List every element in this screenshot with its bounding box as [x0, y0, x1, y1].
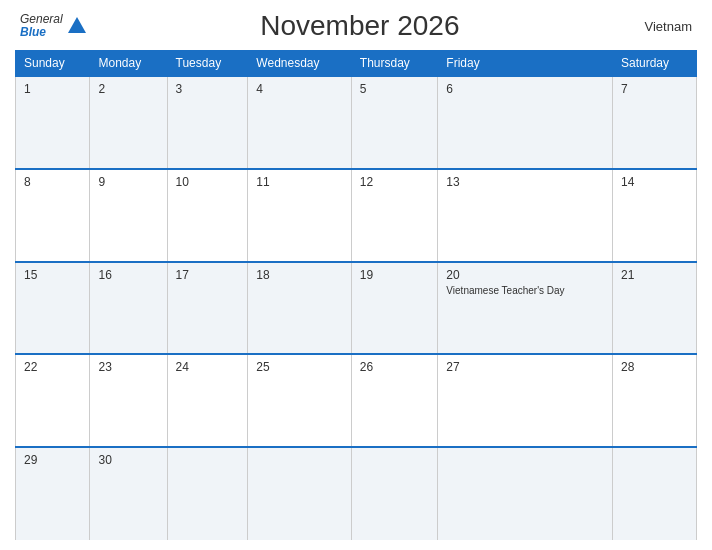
- table-row: 14: [612, 169, 696, 262]
- event-text: Vietnamese Teacher's Day: [446, 284, 604, 297]
- table-row: 23: [90, 354, 167, 447]
- calendar-week-row: 1234567: [16, 76, 697, 169]
- table-row: [167, 447, 248, 540]
- table-row: 11: [248, 169, 351, 262]
- day-number: 27: [446, 360, 604, 374]
- day-number: 25: [256, 360, 342, 374]
- col-sunday: Sunday: [16, 51, 90, 77]
- table-row: 25: [248, 354, 351, 447]
- weekday-header-row: Sunday Monday Tuesday Wednesday Thursday…: [16, 51, 697, 77]
- day-number: 12: [360, 175, 430, 189]
- calendar-week-row: 2930: [16, 447, 697, 540]
- svg-marker-0: [68, 17, 86, 33]
- logo: General Blue: [20, 13, 88, 39]
- table-row: 3: [167, 76, 248, 169]
- table-row: 30: [90, 447, 167, 540]
- table-row: 13: [438, 169, 613, 262]
- col-monday: Monday: [90, 51, 167, 77]
- day-number: 5: [360, 82, 430, 96]
- calendar-container: General Blue November 2026 Vietnam Sunda…: [0, 0, 712, 550]
- table-row: 21: [612, 262, 696, 355]
- logo-blue-text: Blue: [20, 26, 63, 39]
- day-number: 26: [360, 360, 430, 374]
- table-row: 28: [612, 354, 696, 447]
- day-number: 30: [98, 453, 158, 467]
- col-thursday: Thursday: [351, 51, 438, 77]
- table-row: 17: [167, 262, 248, 355]
- col-tuesday: Tuesday: [167, 51, 248, 77]
- day-number: 10: [176, 175, 240, 189]
- day-number: 21: [621, 268, 688, 282]
- day-number: 2: [98, 82, 158, 96]
- table-row: 1: [16, 76, 90, 169]
- day-number: 13: [446, 175, 604, 189]
- table-row: 27: [438, 354, 613, 447]
- table-row: [248, 447, 351, 540]
- col-wednesday: Wednesday: [248, 51, 351, 77]
- day-number: 14: [621, 175, 688, 189]
- day-number: 20: [446, 268, 604, 282]
- day-number: 23: [98, 360, 158, 374]
- table-row: 10: [167, 169, 248, 262]
- table-row: [351, 447, 438, 540]
- table-row: 8: [16, 169, 90, 262]
- day-number: 4: [256, 82, 342, 96]
- logo-icon: [66, 15, 88, 37]
- day-number: 29: [24, 453, 81, 467]
- table-row: 18: [248, 262, 351, 355]
- calendar-week-row: 891011121314: [16, 169, 697, 262]
- day-number: 16: [98, 268, 158, 282]
- month-title: November 2026: [88, 10, 632, 42]
- col-saturday: Saturday: [612, 51, 696, 77]
- table-row: 20Vietnamese Teacher's Day: [438, 262, 613, 355]
- table-row: 22: [16, 354, 90, 447]
- col-friday: Friday: [438, 51, 613, 77]
- table-row: 5: [351, 76, 438, 169]
- day-number: 1: [24, 82, 81, 96]
- calendar-table: Sunday Monday Tuesday Wednesday Thursday…: [15, 50, 697, 540]
- table-row: 9: [90, 169, 167, 262]
- table-row: 24: [167, 354, 248, 447]
- day-number: 3: [176, 82, 240, 96]
- day-number: 19: [360, 268, 430, 282]
- table-row: [438, 447, 613, 540]
- table-row: 26: [351, 354, 438, 447]
- day-number: 17: [176, 268, 240, 282]
- table-row: 19: [351, 262, 438, 355]
- table-row: 29: [16, 447, 90, 540]
- day-number: 9: [98, 175, 158, 189]
- day-number: 8: [24, 175, 81, 189]
- day-number: 22: [24, 360, 81, 374]
- day-number: 6: [446, 82, 604, 96]
- table-row: 16: [90, 262, 167, 355]
- table-row: [612, 447, 696, 540]
- table-row: 2: [90, 76, 167, 169]
- table-row: 4: [248, 76, 351, 169]
- day-number: 24: [176, 360, 240, 374]
- day-number: 28: [621, 360, 688, 374]
- country-label: Vietnam: [632, 19, 692, 34]
- calendar-header: General Blue November 2026 Vietnam: [15, 10, 697, 42]
- day-number: 11: [256, 175, 342, 189]
- table-row: 15: [16, 262, 90, 355]
- table-row: 6: [438, 76, 613, 169]
- table-row: 7: [612, 76, 696, 169]
- table-row: 12: [351, 169, 438, 262]
- calendar-week-row: 151617181920Vietnamese Teacher's Day21: [16, 262, 697, 355]
- day-number: 15: [24, 268, 81, 282]
- calendar-week-row: 22232425262728: [16, 354, 697, 447]
- day-number: 18: [256, 268, 342, 282]
- day-number: 7: [621, 82, 688, 96]
